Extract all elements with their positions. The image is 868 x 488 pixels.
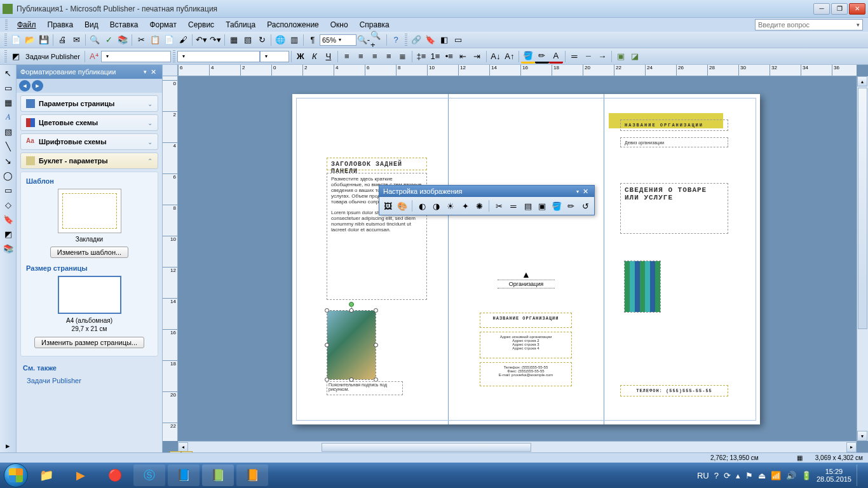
insert-picture-button[interactable]: 🖼	[381, 199, 395, 213]
arrow-tool[interactable]: ↘	[1, 154, 15, 168]
task-pane-close[interactable]: ✕	[149, 68, 158, 76]
italic-button[interactable]: К	[308, 50, 322, 64]
print-button[interactable]: 🖨	[55, 33, 69, 47]
change-template-button[interactable]: Изменить шаблон...	[50, 247, 128, 258]
toolbar-options-dropdown[interactable]: ▾	[574, 189, 581, 194]
menu-table[interactable]: Таблица	[221, 19, 260, 30]
transparent-color-button[interactable]: ✏	[564, 199, 578, 213]
align-right-button[interactable]: ≡	[368, 50, 382, 64]
line-tool[interactable]: ╲	[1, 139, 15, 153]
align-left-button[interactable]: ≡	[340, 50, 354, 64]
panel2-logo[interactable]: ▲ Организация	[498, 269, 555, 288]
panel3-heading-box[interactable]: СВЕДЕНИЯ О ТОВАРЕ ИЛИ УСЛУГЕ	[620, 183, 728, 234]
menu-insert[interactable]: Вставка	[105, 19, 143, 30]
change-page-size-button[interactable]: Изменить размер страницы...	[34, 337, 144, 348]
panel3-orgname-box[interactable]: НАЗВАНИЕ ОРГАНИЗАЦИИ	[620, 119, 728, 131]
menu-edit[interactable]: Правка	[43, 19, 78, 30]
horizontal-ruler[interactable]: 64202468101214161820222426283032343638	[178, 65, 857, 76]
font-color-button[interactable]: A	[549, 50, 563, 64]
format-painter-button[interactable]: 🖌	[176, 33, 190, 47]
increase-font-button[interactable]: A↑	[503, 50, 517, 64]
oval-tool[interactable]: ◯	[1, 168, 15, 182]
styles-button[interactable]: A⁴	[87, 50, 101, 64]
copy-button[interactable]: 📋	[148, 33, 162, 47]
resize-handle[interactable]	[325, 308, 329, 313]
resize-handle[interactable]	[325, 343, 329, 348]
bookmark-tool[interactable]: 🔖	[1, 212, 15, 226]
vertical-scrollbar[interactable]: ▴ ▾	[857, 76, 868, 441]
text-wrap-button[interactable]: ▤	[521, 199, 535, 213]
canvas[interactable]: ЗАГОЛОВОК ЗАДНЕЙ ПАНЕЛИ Разместите здесь…	[178, 76, 857, 441]
panel1-caption-box[interactable]: Пояснительная подпись под рисунком.	[327, 381, 403, 395]
decrease-indent-button[interactable]: ⇤	[456, 50, 470, 64]
bold-button[interactable]: Ж	[294, 50, 308, 64]
design-gallery-tool[interactable]: ◩	[1, 227, 15, 241]
taskbar-explorer[interactable]: 📁	[31, 464, 62, 486]
rectangle-tool[interactable]: ▭	[1, 183, 15, 197]
scroll-right-button[interactable]: ▸	[846, 442, 857, 452]
panel3-slogan-box[interactable]: Девиз организации	[620, 137, 728, 147]
panel2-phone-box[interactable]: Телефон: (555)555-55-55 Факс: (555)555-5…	[480, 362, 572, 386]
content-library-tool[interactable]: 📚	[1, 241, 15, 255]
line-spacing-button[interactable]: ‡≡	[414, 50, 428, 64]
menu-format[interactable]: Формат	[145, 19, 181, 30]
tray-updates-icon[interactable]: ⟳	[724, 471, 731, 480]
menu-window[interactable]: Окно	[326, 19, 353, 30]
wordart-tool[interactable]: 𝐴	[1, 110, 15, 124]
tray-volume-icon[interactable]: 🔊	[786, 471, 796, 480]
3d-button[interactable]: ◪	[628, 50, 642, 64]
more-brightness-button[interactable]: ☀	[444, 199, 458, 213]
nav-back-button[interactable]: ◄	[19, 80, 31, 92]
less-brightness-button[interactable]: ✦	[458, 199, 472, 213]
picture-toolbar[interactable]: Настройка изображения ▾ ✕ 🖼 🎨 ◐ ◑ ☀ ✦ ✺ …	[379, 185, 595, 215]
show-desktop-button[interactable]	[857, 464, 862, 486]
menu-file[interactable]: Файл	[13, 19, 41, 30]
help-question-input[interactable]: Введите вопрос▾	[755, 19, 863, 30]
tray-show-hidden-icon[interactable]: ▴	[736, 471, 740, 480]
menu-arrange[interactable]: Расположение	[262, 19, 323, 30]
picture-toolbar-title[interactable]: Настройка изображения ▾ ✕	[379, 186, 594, 197]
tasks-toggle[interactable]: ◩	[9, 50, 23, 64]
format-picture-button[interactable]: 🪣	[550, 199, 564, 213]
zoom-in-button[interactable]: 🔍+	[370, 33, 384, 47]
menu-help[interactable]: Справка	[355, 19, 394, 30]
selected-image[interactable]	[327, 310, 376, 380]
taskbar-word[interactable]: 📘	[168, 464, 200, 486]
save-button[interactable]: 💾	[37, 33, 51, 47]
spelling-button[interactable]: ✓	[102, 33, 116, 47]
line-style-button[interactable]: ═	[506, 199, 520, 213]
reset-picture-button[interactable]: ↺	[578, 199, 592, 213]
maximize-button[interactable]: ❐	[831, 3, 848, 15]
horizontal-scrollbar[interactable]: ◂ ▸	[178, 441, 857, 452]
arrow-style-button[interactable]: →	[595, 50, 609, 64]
less-contrast-button[interactable]: ◑	[430, 199, 444, 213]
template-thumbnail[interactable]	[58, 189, 121, 233]
taskbar-powerpoint[interactable]: 📙	[236, 464, 268, 486]
tray-usb-icon[interactable]: ⏏	[758, 471, 766, 480]
distribute-button[interactable]: ≣	[396, 50, 410, 64]
taskbar-publisher[interactable]: 📗	[202, 464, 234, 486]
tray-action-center-icon[interactable]: ⚑	[745, 471, 753, 480]
new-button[interactable]: 📄	[9, 33, 23, 47]
nav-forward-button[interactable]: ►	[32, 80, 43, 92]
zoom-select[interactable]: 65%▾	[320, 34, 356, 46]
autoshapes-tool[interactable]: ◇	[1, 198, 15, 212]
columns-button[interactable]: ▥	[287, 33, 301, 47]
research-button[interactable]: 📚	[116, 33, 130, 47]
resize-handle[interactable]	[374, 343, 378, 348]
shadow-button[interactable]: ▣	[614, 50, 628, 64]
hyperlink-button[interactable]: 🔗	[409, 33, 423, 47]
line-color-button[interactable]: ✏	[535, 50, 549, 64]
section-page-params[interactable]: Параметры страницы ⌄	[20, 95, 158, 112]
vertical-ruler[interactable]: 0246810121416182022	[163, 76, 178, 441]
bullets-button[interactable]: •≡	[442, 50, 456, 64]
rotate-button[interactable]: ↻	[255, 33, 269, 47]
recolor-button[interactable]: ✺	[473, 199, 487, 213]
preview-button[interactable]: 🔍	[88, 33, 102, 47]
color-button[interactable]: 🎨	[396, 199, 410, 213]
decrease-font-button[interactable]: A↓	[489, 50, 503, 64]
fill-color-button[interactable]: 🪣	[521, 50, 535, 64]
mail-button[interactable]: ✉	[69, 33, 83, 47]
zoom-out-button[interactable]: 🔍-	[356, 33, 370, 47]
line-style-button[interactable]: ═	[567, 50, 581, 64]
